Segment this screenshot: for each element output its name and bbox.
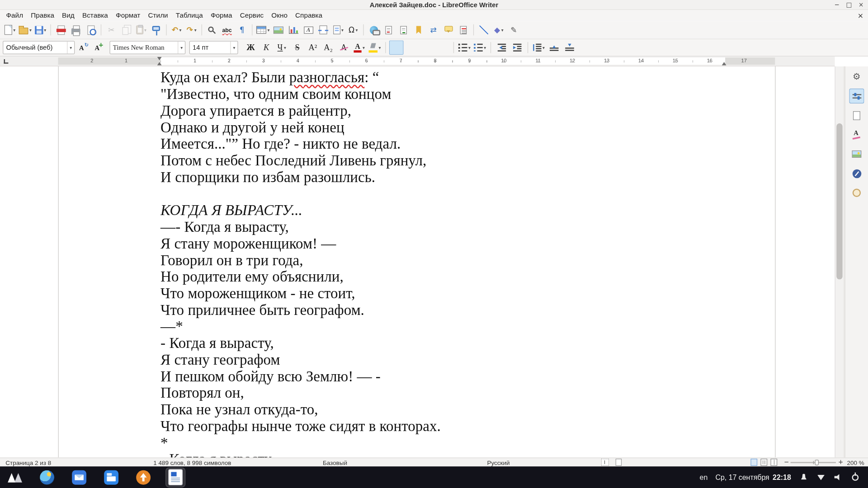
show-draw-functions-button[interactable]: ✎ [506, 23, 521, 37]
sidebar-tab-page[interactable] [849, 108, 864, 123]
italic-button[interactable]: К [259, 40, 274, 55]
taskbar-app-file-manager[interactable] [102, 468, 121, 487]
numbered-list-dropdown-arrow[interactable]: ▾ [484, 45, 486, 50]
insert-footnote-button[interactable] [382, 23, 396, 37]
multi-page-view-button[interactable] [760, 459, 767, 466]
export-pdf-button[interactable] [54, 23, 68, 37]
text-line[interactable]: Но родители ему объяснили, [160, 268, 731, 285]
strikethrough-button[interactable]: S [290, 40, 305, 55]
bold-button[interactable]: Ж [244, 40, 258, 55]
text-line[interactable]: Я стану мороженщиком! — [160, 235, 731, 252]
print-preview-button[interactable] [84, 23, 98, 37]
right-indent-marker[interactable] [722, 60, 726, 65]
paragraph-style-dropdown-arrow[interactable]: ▾ [67, 42, 74, 54]
text-line[interactable]: Однако и другой у ней конец [160, 119, 731, 136]
insert-field-button[interactable]: ▾ [331, 23, 345, 37]
insert-textbox-button[interactable] [301, 23, 316, 37]
vertical-scrollbar-thumb[interactable] [836, 123, 842, 279]
new-document-button[interactable]: ▾ [3, 23, 17, 37]
insert-special-character-button[interactable]: Ω▾ [346, 23, 360, 37]
text-line[interactable]: Дорога упирается в райцентр, [160, 103, 731, 119]
highlight-color-button[interactable]: ▾ [368, 40, 382, 55]
insert-endnote-button[interactable] [396, 23, 411, 37]
insert-line-button[interactable] [476, 23, 491, 37]
text-line[interactable]: Имеется..."” Но где? - никто не ведал. [160, 136, 731, 152]
increase-paragraph-spacing-button[interactable] [547, 40, 561, 55]
taskbar-app-firefox[interactable] [38, 468, 57, 487]
menu-table[interactable]: Таблица [172, 10, 207, 20]
zoom-out-button[interactable]: − [784, 459, 789, 466]
insert-table-dropdown-arrow[interactable]: ▾ [267, 28, 269, 33]
highlight-color-dropdown-arrow[interactable]: ▾ [379, 45, 381, 50]
insert-bookmark-button[interactable] [411, 23, 426, 37]
menu-form[interactable]: Форма [207, 10, 236, 20]
text-line[interactable]: Пока не узнал откуда-то, [160, 401, 731, 418]
maximize-button[interactable]: □ [846, 1, 852, 8]
line-spacing-dropdown-arrow[interactable]: ▾ [542, 45, 545, 50]
increase-indent-button[interactable] [510, 40, 524, 55]
subscript-button[interactable]: A₂ [321, 40, 335, 55]
open-dropdown-arrow[interactable]: ▾ [29, 28, 32, 33]
tray-notifications[interactable] [799, 472, 809, 482]
zoom-slider-thumb[interactable] [815, 460, 819, 465]
bullet-list-button[interactable]: ▾ [457, 40, 472, 55]
font-size-combo[interactable]: 14 пт ▾ [189, 41, 238, 54]
numbered-list-button[interactable]: ▾ [473, 40, 487, 55]
text-line[interactable]: КОГДА Я ВЫРАСТУ... [160, 202, 731, 219]
clear-formatting-button[interactable]: A [336, 40, 351, 55]
spelling-button[interactable]: abc [220, 23, 234, 37]
formatting-marks-button[interactable]: ¶ [235, 23, 249, 37]
text-line[interactable]: Что приличнее быть географом. [160, 301, 731, 318]
insert-special-character-dropdown-arrow[interactable]: ▾ [356, 28, 358, 33]
text-line[interactable]: "Известно, что одним своим концом [160, 86, 731, 103]
text-line[interactable]: Что географы нынче тоже сидят в конторах… [160, 418, 731, 434]
selection-mode-icon[interactable] [601, 459, 609, 466]
menu-tools[interactable]: Сервис [236, 10, 268, 20]
paragraph-style-combo[interactable]: Обычный (веб) ▾ [3, 41, 75, 54]
text-line[interactable]: Что мороженщиком - не стоит, [160, 285, 731, 302]
new-style-button[interactable] [91, 40, 106, 55]
text-line[interactable]: —* [160, 318, 731, 335]
zoom-slider[interactable] [791, 462, 836, 463]
align-center-button[interactable] [405, 40, 419, 55]
font-name-combo[interactable]: Times New Roman ▾ [109, 41, 185, 54]
taskbar-app-messenger[interactable] [70, 468, 89, 487]
redo-button[interactable]: ↷▾ [184, 23, 199, 37]
minimize-button[interactable]: − [834, 1, 839, 8]
update-style-button[interactable] [76, 40, 90, 55]
sidebar-tab-navigator[interactable] [849, 166, 864, 181]
horizontal-ruler[interactable]: 121234567891011121314151617 [0, 56, 835, 66]
menu-styles[interactable]: Стили [144, 10, 172, 20]
text-line[interactable]: И спорщики по избам разошлись. [160, 169, 731, 185]
insert-comment-button[interactable] [441, 23, 456, 37]
line-spacing-button[interactable]: ▾ [532, 40, 546, 55]
tab-stop-type-selector[interactable] [4, 59, 9, 64]
page-count-indicator[interactable]: Страница 2 из 8 [5, 459, 51, 466]
text-line[interactable]: Повторял он, [160, 385, 731, 401]
text-line[interactable]: Я стану географом [160, 352, 731, 368]
save-button[interactable]: ▾ [33, 23, 47, 37]
decrease-paragraph-spacing-button[interactable] [562, 40, 577, 55]
vertical-scrollbar[interactable] [835, 66, 844, 458]
sidebar-tab-sidebar-settings[interactable]: ⚙ [849, 69, 864, 84]
menu-window[interactable]: Окно [268, 10, 292, 20]
align-justify-button[interactable] [436, 40, 450, 55]
book-view-button[interactable] [770, 459, 777, 466]
basic-shapes-dropdown-arrow[interactable]: ▾ [501, 28, 504, 33]
text-line[interactable]: —- Когда я вырасту, [160, 219, 731, 235]
taskbar-app-writer[interactable] [166, 468, 185, 487]
align-right-button[interactable] [420, 40, 434, 55]
bullet-list-dropdown-arrow[interactable]: ▾ [468, 45, 471, 50]
document-close-icon[interactable]: × [858, 11, 863, 19]
font-name-dropdown-arrow[interactable]: ▾ [178, 42, 185, 54]
undo-button[interactable]: ↶▾ [170, 23, 184, 37]
taskbar-app-software-store[interactable] [134, 468, 153, 487]
underline-button[interactable]: Ч▾ [274, 40, 289, 55]
insert-cross-reference-button[interactable]: ⇄ [426, 23, 441, 37]
tray-power[interactable] [850, 472, 860, 482]
font-color-button[interactable]: ▾ [352, 40, 367, 55]
insert-field-dropdown-arrow[interactable]: ▾ [341, 28, 344, 33]
basic-shapes-button[interactable]: ◆▾ [491, 23, 506, 37]
save-status-icon[interactable] [616, 459, 622, 466]
redo-dropdown-arrow[interactable]: ▾ [194, 28, 197, 33]
